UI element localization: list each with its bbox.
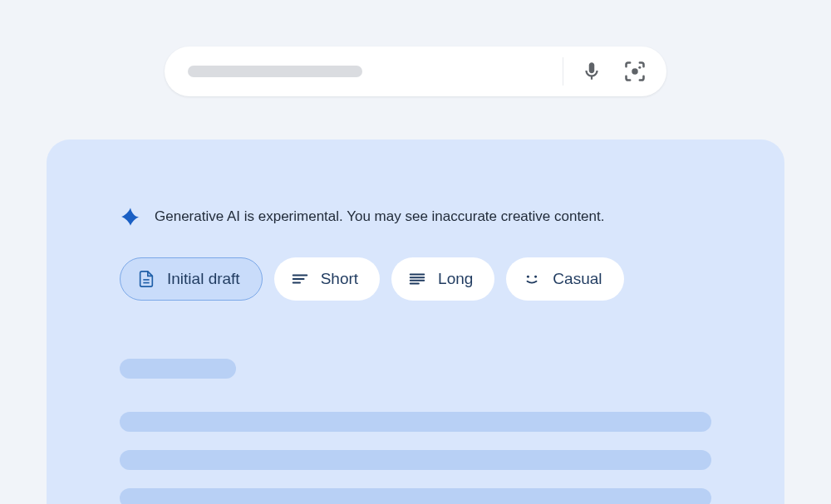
search-container <box>0 0 831 96</box>
chip-label: Initial draft <box>167 270 240 288</box>
svg-point-11 <box>527 276 529 278</box>
chip-casual[interactable]: Casual <box>506 257 623 301</box>
voice-search-button[interactable] <box>577 56 607 86</box>
content-skeleton-line <box>120 412 711 432</box>
search-divider <box>563 57 563 86</box>
content-skeleton-line <box>120 450 711 470</box>
chip-short[interactable]: Short <box>274 257 380 301</box>
svg-point-12 <box>534 276 537 278</box>
chip-long[interactable]: Long <box>391 257 494 301</box>
chip-label: Short <box>321 270 358 288</box>
long-text-icon <box>408 270 426 288</box>
sparkle-icon <box>120 206 141 228</box>
format-chips-row: Initial draft Short Long <box>120 257 711 301</box>
search-input-placeholder[interactable] <box>188 66 362 77</box>
svg-point-1 <box>638 66 641 69</box>
notice-text: Generative AI is experimental. You may s… <box>155 208 604 225</box>
camera-lens-icon <box>623 60 647 83</box>
short-text-icon <box>291 270 309 288</box>
notice-row: Generative AI is experimental. You may s… <box>120 206 711 228</box>
document-icon <box>137 270 155 288</box>
chip-initial-draft[interactable]: Initial draft <box>120 257 263 301</box>
casual-icon <box>523 270 541 288</box>
lens-search-button[interactable] <box>620 56 650 86</box>
content-skeleton-title <box>120 359 236 379</box>
content-skeleton-line <box>120 488 711 504</box>
generative-ai-panel: Generative AI is experimental. You may s… <box>47 139 784 504</box>
chip-label: Casual <box>553 270 602 288</box>
chip-label: Long <box>438 270 473 288</box>
search-bar[interactable] <box>165 46 666 96</box>
microphone-icon <box>581 61 602 82</box>
svg-point-0 <box>632 68 637 74</box>
